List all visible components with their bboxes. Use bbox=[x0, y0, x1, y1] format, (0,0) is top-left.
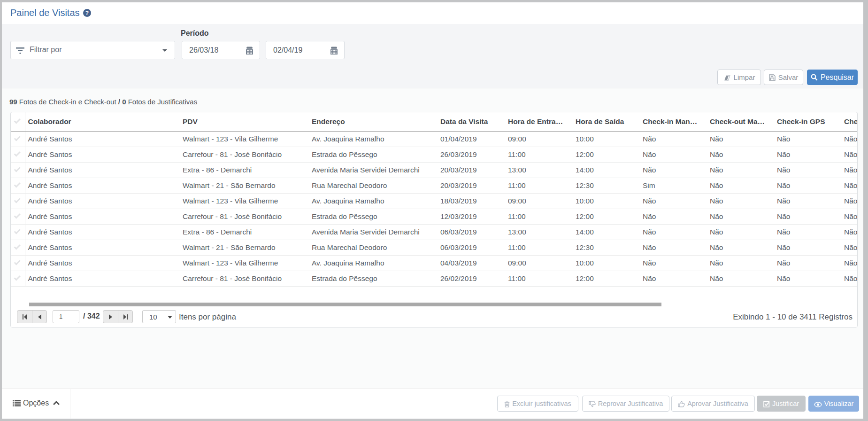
svg-text:?: ? bbox=[85, 10, 88, 16]
